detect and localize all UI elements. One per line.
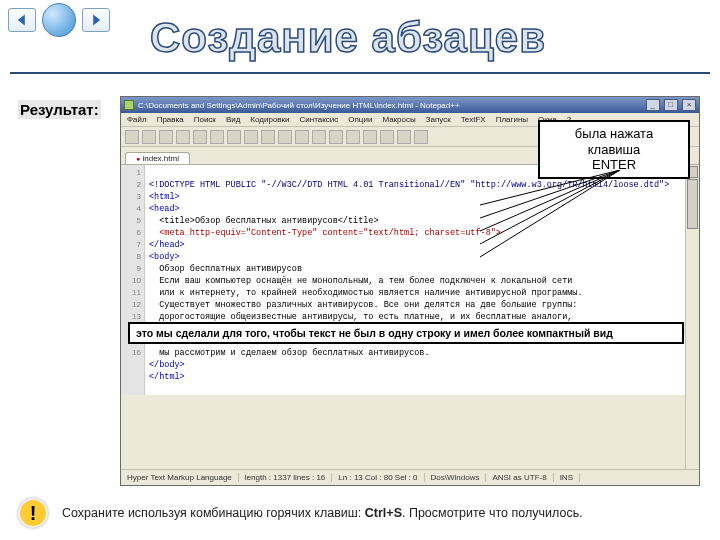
code-line: </body>: [149, 360, 185, 370]
toolbar-icon[interactable]: [125, 130, 139, 144]
menu-item[interactable]: Файл: [127, 115, 147, 124]
next-button[interactable]: [82, 8, 110, 32]
code-line: мы рассмотрим и сделаем обзор бесплатных…: [149, 348, 430, 358]
toolbar-icon[interactable]: [142, 130, 156, 144]
code-line: </html>: [149, 372, 185, 382]
toolbar-icon[interactable]: [380, 130, 394, 144]
toolbar-icon[interactable]: [312, 130, 326, 144]
toolbar-icon[interactable]: [414, 130, 428, 144]
toolbar-icon[interactable]: [193, 130, 207, 144]
code-line: <head>: [149, 204, 180, 214]
callout-line: клавиша: [588, 142, 640, 157]
status-length: length : 1337 lines : 16: [239, 473, 333, 482]
code-line: <title>Обзор бесплатных антивирусов</tit…: [149, 216, 379, 226]
status-bar: Hyper Text Markup Language length : 1337…: [121, 469, 699, 485]
callout-line: ENTER: [592, 157, 636, 172]
maximize-button[interactable]: □: [664, 99, 678, 111]
minimize-button[interactable]: _: [646, 99, 660, 111]
page-title: Создание абзацев: [150, 14, 546, 62]
prev-button[interactable]: [8, 8, 36, 32]
status-type: Hyper Text Markup Language: [121, 473, 239, 482]
callout-enter-pressed: была нажата клавиша ENTER: [538, 120, 690, 179]
title-divider: [10, 72, 710, 74]
toolbar-icon[interactable]: [397, 130, 411, 144]
menu-item[interactable]: Плагины: [496, 115, 528, 124]
menu-item[interactable]: Кодировки: [250, 115, 289, 124]
menu-item[interactable]: Поиск: [194, 115, 216, 124]
menu-item[interactable]: Запуск: [426, 115, 451, 124]
menu-item[interactable]: Макросы: [382, 115, 415, 124]
footer: ! Сохраните используя комбинацию горячих…: [18, 498, 710, 528]
code-line: Существует множество различных антивирус…: [149, 300, 577, 310]
status-os: Dos\Windows: [425, 473, 487, 482]
arrow-left-icon: [15, 13, 29, 27]
code-line: Если ваш компьютер оснащён не монопольны…: [149, 276, 572, 286]
toolbar-icon[interactable]: [295, 130, 309, 144]
code-line: Обзор бесплатных антивирусов: [149, 264, 302, 274]
window-controls: _ □ ×: [644, 99, 696, 111]
toolbar-icon[interactable]: [176, 130, 190, 144]
callout-line: была нажата: [575, 126, 653, 141]
code-line: <meta http-equiv="Content-Type" content=…: [149, 228, 501, 238]
line-gutter: 12345678910111213141516: [121, 165, 145, 395]
menu-item[interactable]: Опции: [348, 115, 372, 124]
code-line: или к интернету, то крайней необходимост…: [149, 288, 583, 298]
menu-item[interactable]: Вид: [226, 115, 240, 124]
code-content[interactable]: <!DOCTYPE HTML PUBLIC "-//W3C//DTD HTML …: [145, 165, 699, 395]
vertical-scrollbar[interactable]: [685, 165, 699, 469]
scroll-thumb[interactable]: [687, 179, 698, 229]
toolbar-icon[interactable]: [210, 130, 224, 144]
code-line: <!DOCTYPE HTML PUBLIC "-//W3C//DTD HTML …: [149, 180, 669, 190]
toolbar-icon[interactable]: [346, 130, 360, 144]
status-enc: ANSI as UTF-8: [486, 473, 553, 482]
code-area[interactable]: 12345678910111213141516 <!DOCTYPE HTML P…: [121, 165, 699, 395]
toolbar-icon[interactable]: [244, 130, 258, 144]
close-button[interactable]: ×: [682, 99, 696, 111]
code-line: дорогостоящие общеизвестные антивирусы, …: [149, 312, 572, 322]
toolbar-icon[interactable]: [278, 130, 292, 144]
code-line: </head>: [149, 240, 185, 250]
window-title: C:\Documents and Settings\Admin\Рабочий …: [138, 101, 460, 110]
menu-item[interactable]: Правка: [157, 115, 184, 124]
menu-item[interactable]: Синтаксис: [300, 115, 339, 124]
toolbar-icon[interactable]: [261, 130, 275, 144]
menu-item[interactable]: TextFX: [461, 115, 486, 124]
code-line: <html>: [149, 192, 180, 202]
status-pos: Ln : 13 Col : 80 Sel : 0: [332, 473, 424, 482]
tab-label: index.html: [142, 154, 178, 163]
toolbar-icon[interactable]: [329, 130, 343, 144]
toolbar-icon[interactable]: [159, 130, 173, 144]
slide-nav: [8, 8, 110, 37]
alert-icon: !: [18, 498, 48, 528]
code-line: <body>: [149, 252, 180, 262]
home-globe-button[interactable]: [42, 3, 76, 37]
callout-compact-explanation: это мы сделали для того, чтобы текст не …: [128, 322, 684, 344]
file-tab[interactable]: ● index.html: [125, 152, 190, 164]
dirty-dot-icon: ●: [136, 155, 140, 162]
toolbar-icon[interactable]: [227, 130, 241, 144]
status-ins: INS: [554, 473, 580, 482]
result-label: Результат:: [18, 100, 101, 119]
app-icon: [124, 100, 134, 110]
window-titlebar[interactable]: C:\Documents and Settings\Admin\Рабочий …: [121, 97, 699, 113]
footer-text: Сохраните используя комбинацию горячих к…: [62, 506, 583, 520]
arrow-right-icon: [89, 13, 103, 27]
toolbar-icon[interactable]: [363, 130, 377, 144]
